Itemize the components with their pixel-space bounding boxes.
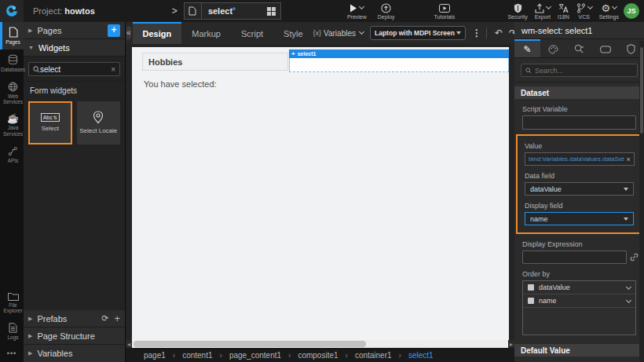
security-button[interactable]: Security bbox=[507, 0, 527, 22]
vcs-button[interactable]: VCS bbox=[576, 0, 592, 22]
properties-panel-title: wm-select: select1 bbox=[514, 22, 644, 39]
tutorials-button[interactable]: Tutorials bbox=[434, 0, 456, 22]
display-expression-input[interactable] bbox=[522, 250, 627, 264]
order-by-row-name[interactable]: name bbox=[523, 294, 635, 308]
rail-item-java-services[interactable]: ☕ Java Services bbox=[0, 109, 24, 141]
tab-styles[interactable] bbox=[540, 39, 566, 57]
settings-chevron-icon[interactable] bbox=[612, 4, 617, 9]
scroll-left-icon[interactable]: ◄ bbox=[126, 342, 132, 347]
canvas-horizontal-scrollbar[interactable]: ◄ ► bbox=[126, 340, 514, 348]
prefabs-add-icon[interactable]: + bbox=[114, 313, 120, 324]
add-page-button[interactable]: + bbox=[108, 24, 120, 37]
gear-icon: ⚙ bbox=[602, 3, 611, 13]
scrollbar-thumb[interactable] bbox=[134, 341, 366, 347]
settings-button[interactable]: ⚙ Settings bbox=[599, 0, 619, 22]
move-icon[interactable]: + bbox=[291, 51, 295, 57]
page-switcher-icon[interactable] bbox=[267, 7, 276, 16]
properties-scrollbar[interactable] bbox=[639, 41, 644, 362]
pages-icon bbox=[9, 27, 18, 38]
rail-item-databases[interactable]: Databases bbox=[0, 49, 24, 77]
datavalue-chevron-icon[interactable] bbox=[626, 283, 631, 289]
export-button[interactable]: Export bbox=[535, 0, 551, 22]
breadcrumb-separator-icon: › bbox=[288, 351, 291, 360]
open-page-tab[interactable]: select* bbox=[184, 2, 281, 20]
tab-markup[interactable]: Markup bbox=[181, 22, 231, 44]
select1-widget[interactable]: + select1 bbox=[289, 49, 509, 72]
widget-tile-select-locale[interactable]: Select Locale bbox=[77, 101, 121, 144]
breadcrumb-item-page1[interactable]: page1 bbox=[144, 351, 166, 360]
design-canvas[interactable]: Hobbies + select1 You have selected: bbox=[132, 47, 509, 340]
data-field-select[interactable]: dataValue bbox=[525, 182, 634, 196]
more-options-button[interactable]: ⋮ bbox=[472, 27, 481, 38]
select1-dropdown[interactable] bbox=[289, 58, 509, 72]
scroll-right-icon[interactable]: ► bbox=[508, 342, 514, 347]
section-widgets[interactable]: ▼ Widgets bbox=[24, 39, 125, 57]
preview-chevron-icon[interactable] bbox=[359, 4, 364, 9]
collapse-left-panel-button[interactable]: « bbox=[126, 27, 131, 39]
widget-tile-select[interactable]: Abc⇅ Select bbox=[28, 101, 72, 144]
breadcrumb-item-select1[interactable]: select1 bbox=[408, 351, 434, 360]
tab-events[interactable] bbox=[566, 39, 592, 57]
breadcrumb-item-container1[interactable]: container1 bbox=[355, 351, 392, 360]
dataset-section-header[interactable]: Dataset bbox=[514, 86, 644, 99]
value-bind-input[interactable]: bind:Variables.dataValues.dataSet × bbox=[525, 152, 635, 166]
clear-binding-icon[interactable]: × bbox=[627, 155, 631, 163]
undo-button[interactable]: ↶ bbox=[495, 27, 503, 38]
section-prefabs[interactable]: ▶ Prefabs ⟳ + bbox=[24, 310, 125, 327]
selected-value-label[interactable]: You have selected: bbox=[144, 79, 217, 89]
i18n-button[interactable]: I18N bbox=[558, 0, 569, 22]
tab-properties[interactable]: ✎ bbox=[514, 39, 540, 57]
breadcrumb-item-composite1[interactable]: composite1 bbox=[298, 351, 338, 360]
rail-item-web-services[interactable]: Web Services bbox=[0, 77, 24, 110]
rail-more-button[interactable]: ••• bbox=[0, 345, 24, 362]
tab-design[interactable]: Design bbox=[133, 22, 182, 44]
variables-button[interactable]: {x} Variables bbox=[313, 29, 364, 38]
rail-item-pages[interactable]: Pages bbox=[0, 22, 24, 49]
display-field-select[interactable]: name bbox=[525, 212, 634, 225]
breadcrumb-item-content1[interactable]: content1 bbox=[182, 351, 212, 360]
datavalue-checkbox[interactable] bbox=[528, 284, 534, 291]
variables-section-label: Variables bbox=[37, 349, 72, 358]
clear-search-icon[interactable]: × bbox=[111, 65, 115, 74]
display-expression-label: Display Expression bbox=[522, 240, 636, 248]
coffee-icon: ☕ bbox=[7, 114, 19, 123]
tab-style[interactable]: Style bbox=[273, 22, 313, 44]
hobbies-label[interactable]: Hobbies bbox=[142, 53, 288, 71]
properties-search-box bbox=[521, 64, 638, 77]
vcs-chevron-icon[interactable] bbox=[587, 4, 593, 9]
deploy-button[interactable]: Deploy bbox=[378, 0, 395, 22]
properties-panel: wm-select: select1 ✎ bbox=[514, 22, 644, 362]
scrollbar-track[interactable] bbox=[132, 340, 508, 348]
properties-scrollbar-thumb[interactable] bbox=[640, 47, 643, 133]
name-chevron-icon[interactable] bbox=[626, 297, 631, 302]
default-value-section-header[interactable]: Default Value bbox=[514, 344, 644, 357]
export-chevron-icon[interactable] bbox=[546, 4, 551, 9]
form-widgets-label: Form widgets bbox=[24, 81, 125, 100]
screen-size-select[interactable]: Laptop with MDPI Screen bbox=[370, 26, 466, 40]
user-avatar[interactable]: JS bbox=[624, 3, 639, 19]
project-name: Project: howtos bbox=[33, 6, 95, 16]
preview-button[interactable]: Preview bbox=[347, 0, 367, 22]
page-tab-label: select* bbox=[202, 6, 267, 16]
tab-devices[interactable] bbox=[592, 39, 618, 57]
section-page-structure[interactable]: ▶ Page Structure bbox=[24, 327, 125, 345]
tab-script[interactable]: Script bbox=[231, 22, 273, 44]
expression-link-icon[interactable] bbox=[630, 253, 639, 261]
globe-icon bbox=[8, 82, 18, 92]
search-icon bbox=[525, 68, 532, 74]
order-by-row-datavalue[interactable]: dataValue bbox=[523, 281, 635, 294]
rail-item-logs[interactable]: Logs bbox=[0, 318, 24, 345]
rail-item-file-explorer[interactable]: File Explorer bbox=[0, 287, 24, 319]
section-variables[interactable]: ▶ Variables bbox=[24, 345, 125, 362]
breadcrumb-item-page-content1[interactable]: page_content1 bbox=[229, 351, 281, 360]
rail-item-apis[interactable]: APIs bbox=[0, 141, 24, 168]
name-checkbox[interactable] bbox=[528, 298, 534, 304]
breadcrumb: page1 › content1 › page_content1 › compo… bbox=[126, 348, 514, 362]
widget-search-input[interactable] bbox=[40, 65, 108, 74]
properties-search-input[interactable] bbox=[535, 67, 633, 75]
prefabs-refresh-icon[interactable]: ⟳ bbox=[101, 313, 108, 324]
section-pages[interactable]: ▶ Pages + bbox=[24, 22, 125, 39]
script-variable-input[interactable] bbox=[522, 115, 636, 130]
wavemaker-logo[interactable] bbox=[0, 0, 24, 22]
select1-widget-header[interactable]: + select1 bbox=[289, 49, 509, 58]
